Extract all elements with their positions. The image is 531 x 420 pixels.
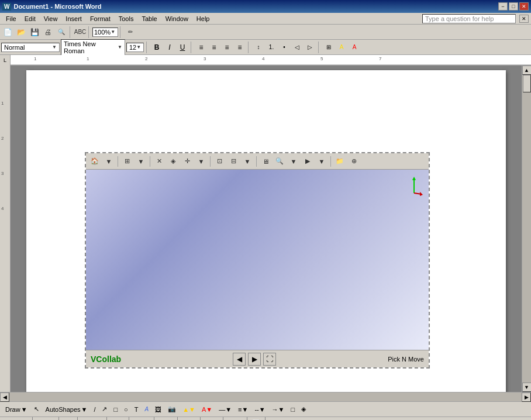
scroll-thumb[interactable] (523, 75, 531, 92)
viewer-3d-button[interactable]: ◈ (167, 155, 180, 168)
menu-window[interactable]: Window (162, 14, 192, 23)
viewer-play-button[interactable]: ▶ (301, 155, 314, 168)
menu-edit[interactable]: Edit (21, 14, 39, 23)
size-dropdown-arrow[interactable]: ▼ (136, 44, 141, 50)
viewer-zoom-dropdown[interactable]: ▼ (287, 155, 300, 168)
minimize-button[interactable]: − (498, 2, 508, 11)
zoom-box[interactable]: 100% ▼ (92, 27, 118, 37)
viewer-move-button[interactable]: ✛ (181, 155, 194, 168)
draw-dropdown[interactable]: Draw ▼ (2, 404, 30, 415)
font-size-dropdown[interactable]: 12 ▼ (126, 43, 144, 52)
close-button[interactable]: ✕ (519, 2, 529, 11)
line-tool[interactable]: / (91, 404, 98, 415)
toolbar-draw-button[interactable]: ✏ (124, 26, 137, 39)
autoshapes-arrow[interactable]: ▼ (81, 406, 88, 413)
clipart-tool[interactable]: 🖼 (152, 404, 164, 415)
style-dropdown[interactable]: Normal ▼ (1, 43, 60, 52)
expand-button[interactable]: ⛶ (263, 353, 276, 366)
font-color-dropdown[interactable]: A▼ (199, 404, 215, 415)
next-button[interactable]: ▶ (248, 353, 261, 366)
dash-style-dropdown[interactable]: --▼ (251, 404, 268, 415)
save-button[interactable]: 💾 (28, 26, 41, 39)
textbox-tool[interactable]: T (132, 404, 142, 415)
insert-picture-tool[interactable]: 📷 (165, 404, 179, 415)
viewer-section-button[interactable]: ⊟ (227, 155, 240, 168)
viewer-transform-dropdown[interactable]: ▼ (135, 155, 147, 168)
viewer-move-dropdown[interactable]: ▼ (195, 155, 208, 168)
line-color-dropdown[interactable]: —▼ (216, 404, 235, 415)
zoom-dropdown-arrow[interactable]: ▼ (111, 29, 115, 35)
vruler-1: 1 (1, 101, 4, 106)
menu-file[interactable]: File (2, 14, 20, 23)
open-button[interactable]: 📂 (15, 26, 27, 39)
maximize-button[interactable]: □ (509, 2, 518, 11)
menu-table[interactable]: Table (138, 14, 160, 23)
menu-view[interactable]: View (40, 14, 61, 23)
scroll-up-button[interactable]: ▲ (522, 66, 532, 75)
menu-insert[interactable]: Insert (62, 14, 85, 23)
vertical-scrollbar[interactable]: ▲ ▼ (522, 66, 531, 392)
viewer-transform-button[interactable]: ⊞ (120, 155, 133, 168)
new-button[interactable]: 📄 (1, 26, 14, 39)
font-color-button[interactable]: A (349, 42, 360, 53)
viewer-section-dropdown[interactable]: ▼ (241, 155, 254, 168)
underline-button[interactable]: U (177, 42, 188, 53)
bullet-list-button[interactable]: • (278, 42, 290, 53)
prev-button[interactable]: ◀ (233, 353, 246, 366)
decrease-indent-button[interactable]: ◁ (291, 42, 303, 53)
line-style-dropdown[interactable]: ≡▼ (235, 404, 251, 415)
hscroll-right-button[interactable]: ▶ (522, 393, 531, 402)
scroll-track[interactable] (522, 75, 531, 383)
scroll-down-button[interactable]: ▼ (522, 383, 532, 392)
line-spacing-button[interactable]: ↕ (253, 42, 264, 53)
viewer-home-button[interactable]: 🏠 (88, 155, 101, 168)
wordart-tool[interactable]: A (142, 404, 152, 414)
viewer-explode-button[interactable]: ⊡ (213, 155, 226, 168)
align-left-button[interactable]: ≡ (195, 42, 207, 53)
justify-button[interactable]: ≡ (234, 42, 246, 53)
viewer-file-button[interactable]: 📁 (333, 155, 346, 168)
menu-format[interactable]: Format (87, 14, 114, 23)
oval-tool[interactable]: ○ (121, 404, 131, 415)
numbered-list-button[interactable]: 1. (266, 42, 277, 53)
border-button[interactable]: ⊞ (323, 42, 335, 53)
toolbar-separator-2 (88, 26, 91, 38)
align-center-button[interactable]: ≡ (208, 42, 220, 53)
highlight-button[interactable]: A (336, 42, 347, 53)
bold-button[interactable]: B (151, 42, 163, 53)
spell-check-button[interactable]: ABC (74, 26, 87, 39)
italic-button[interactable]: I (164, 42, 175, 53)
3d-button[interactable]: ◈ (298, 404, 309, 415)
help-close-button[interactable]: ✕ (519, 15, 529, 23)
viewer-extra-button[interactable]: ⊕ (347, 155, 360, 168)
preview-button[interactable]: 🔍 (55, 26, 68, 39)
draw-dropdown-arrow[interactable]: ▼ (21, 406, 27, 413)
viewer-select-button[interactable]: ✕ (153, 155, 165, 168)
hscroll-track[interactable] (9, 393, 522, 401)
font-dropdown[interactable]: Times New Roman ▼ (61, 39, 125, 56)
increase-indent-button[interactable]: ▷ (304, 42, 316, 53)
menu-help[interactable]: Help (193, 14, 213, 23)
3d-viewer-canvas[interactable] (86, 170, 429, 350)
horizontal-ruler: 1 1 2 3 4 5 7 (11, 55, 531, 65)
help-search-box[interactable]: Type a question for help (422, 14, 516, 23)
select-objects-button[interactable]: ↖ (31, 404, 42, 415)
arrow-tool[interactable]: ↗ (99, 404, 110, 415)
font-dropdown-arrow[interactable]: ▼ (118, 44, 122, 50)
hscroll-left-button[interactable]: ◀ (0, 393, 9, 402)
viewer-zoom-button[interactable]: 🔍 (273, 155, 286, 168)
menu-tools[interactable]: Tools (115, 14, 137, 23)
viewer-play-dropdown[interactable]: ▼ (315, 155, 328, 168)
viewer-home-dropdown[interactable]: ▼ (102, 155, 115, 168)
style-dropdown-arrow[interactable]: ▼ (52, 44, 57, 50)
print-button[interactable]: 🖨 (42, 26, 54, 39)
ruler-container: L 1 1 2 3 4 5 7 (0, 55, 531, 66)
3d-viewer-container[interactable]: 🏠 ▼ ⊞ ▼ ✕ ◈ ✛ ▼ ⊡ ⊟ ▼ 🖥 🔍 (85, 152, 430, 369)
arrow-style-dropdown[interactable]: →▼ (269, 404, 288, 415)
align-right-button[interactable]: ≡ (221, 42, 233, 53)
viewer-display-button[interactable]: 🖥 (259, 155, 272, 168)
fill-color-dropdown[interactable]: ▲▼ (180, 404, 198, 415)
shadow-button[interactable]: □ (288, 404, 298, 415)
autoshapes-dropdown[interactable]: AutoShapes ▼ (43, 404, 91, 415)
rectangle-tool[interactable]: □ (111, 404, 120, 415)
